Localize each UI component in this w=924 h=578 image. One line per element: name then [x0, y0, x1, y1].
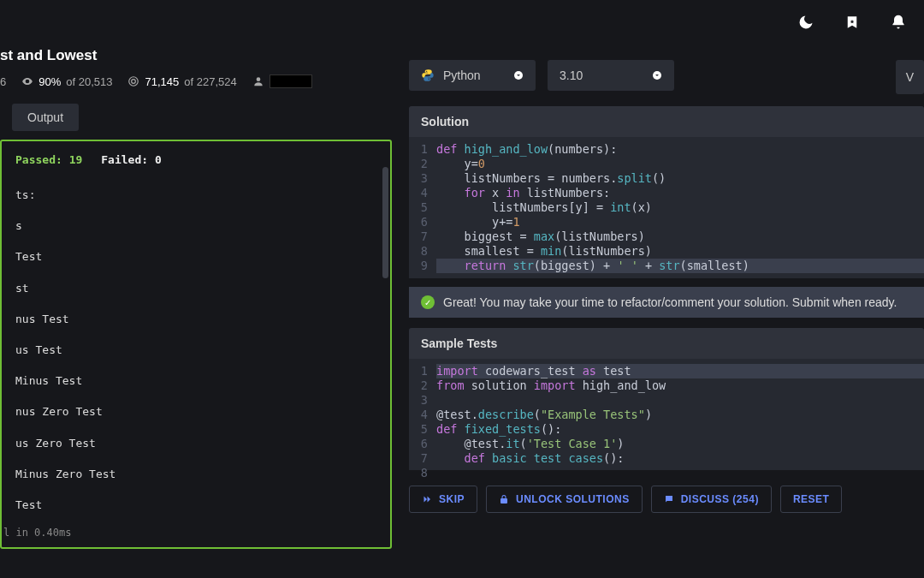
version-dropdown[interactable]: 3.10	[548, 60, 674, 91]
lock-icon	[499, 494, 509, 504]
solution-editor[interactable]: 123456789 def high_and_low(numbers): y=0…	[409, 137, 924, 278]
solution-header: Solution	[409, 106, 924, 137]
svg-point-1	[132, 80, 136, 84]
test-item: nus Zero Test	[15, 396, 376, 427]
failed-count: Failed: 0	[101, 153, 161, 166]
test-item: Minus Zero Test	[15, 459, 376, 490]
rank-partial: 6	[0, 75, 6, 88]
test-item: nus Test	[15, 304, 376, 335]
output-panel: Passed: 19 Failed: 0 ts: s Test st nus T…	[0, 140, 392, 549]
test-item: s	[15, 211, 376, 241]
user-icon	[252, 75, 264, 87]
completed-stat: 71,145 of 227,524	[127, 75, 236, 88]
svg-point-2	[256, 77, 260, 81]
unlock-solutions-button[interactable]: UNLOCK SOLUTIONS	[486, 486, 643, 513]
moon-icon[interactable]	[797, 14, 814, 33]
forward-icon	[422, 494, 432, 504]
svg-point-0	[129, 77, 139, 86]
solution-panel: Solution 123456789 def high_and_low(numb…	[409, 106, 924, 278]
author-stat[interactable]	[252, 74, 312, 88]
discuss-button[interactable]: DISCUSS (254)	[651, 486, 772, 513]
skip-button[interactable]: SKIP	[409, 486, 477, 513]
eye-icon	[21, 75, 33, 87]
test-item: Test	[15, 241, 376, 272]
bookmark-icon[interactable]	[844, 14, 860, 33]
output-tab[interactable]: Output	[12, 104, 79, 131]
chevron-down-icon	[652, 70, 662, 80]
passed-count: Passed: 19	[15, 153, 82, 166]
scrollbar[interactable]	[382, 167, 388, 458]
chevron-down-icon	[513, 70, 524, 80]
vim-toggle[interactable]: V	[896, 60, 924, 94]
success-banner: ✓ Great! You may take your time to refac…	[409, 287, 924, 318]
test-item: Minus Test	[15, 366, 376, 396]
test-item: st	[15, 273, 376, 304]
sample-tests-panel: Sample Tests 12345678 import codewars_te…	[409, 328, 924, 470]
language-dropdown[interactable]: Python	[409, 60, 536, 91]
reset-button[interactable]: RESET	[780, 486, 843, 513]
chat-icon	[664, 494, 674, 504]
author-avatar	[270, 74, 312, 88]
sample-tests-editor[interactable]: 12345678 import codewars_test as test fr…	[409, 359, 924, 470]
python-icon	[421, 69, 435, 82]
bell-icon[interactable]	[890, 14, 907, 33]
kata-stats: 6 90% of 20,513 71,145 of 227,524	[0, 71, 394, 98]
test-item: us Zero Test	[15, 428, 376, 459]
sample-tests-header: Sample Tests	[409, 328, 924, 359]
timing-text: l in 0.40ms	[2, 527, 71, 539]
kata-title: st and Lowest	[0, 47, 97, 63]
test-item: Test	[15, 490, 376, 521]
test-results-list: ts: s Test st nus Test us Test Minus Tes…	[2, 175, 390, 526]
target-icon	[127, 75, 139, 87]
test-item: us Test	[15, 335, 376, 366]
check-icon: ✓	[421, 295, 435, 309]
satisfaction-stat: 90% of 20,513	[21, 75, 112, 88]
